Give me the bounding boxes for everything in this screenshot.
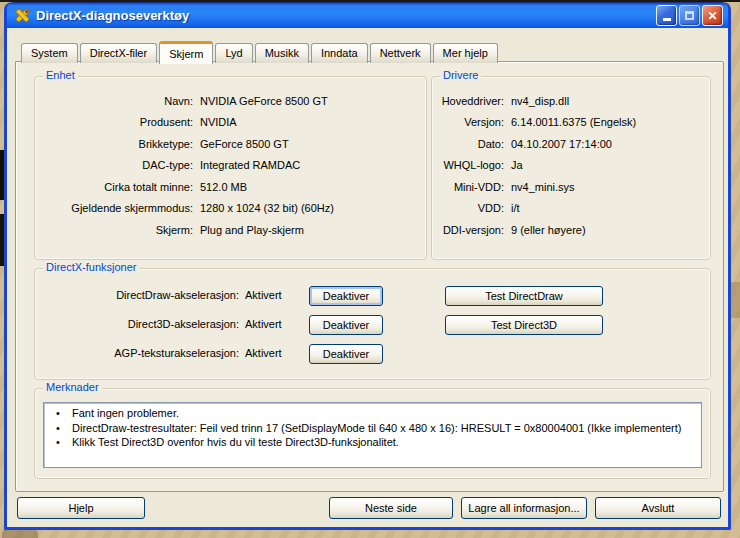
device-row: Navn:NVIDIA GeForce 8500 GT	[35, 90, 426, 112]
feature-row-agp: AGP-teksturakselerasjon: Aktivert Deakti…	[43, 344, 702, 364]
tab-system[interactable]: System	[21, 43, 78, 63]
exit-button[interactable]: Avslutt	[595, 497, 721, 519]
field-label: Cirka totalt minne:	[35, 181, 193, 193]
tab-skjerm[interactable]: Skjerm	[159, 41, 213, 64]
note-item: •DirectDraw-testresultater: Feil ved tri…	[50, 421, 695, 436]
feature-status: Aktivert	[245, 318, 282, 330]
field-label: VDD:	[432, 202, 504, 214]
feature-status: Aktivert	[245, 289, 282, 301]
device-row: Produsent:NVIDIA	[35, 112, 426, 134]
tab-strip: System DirectX-filer Skjerm Lyd Musikk I…	[21, 41, 500, 63]
field-value: 04.10.2007 17:14:00	[511, 138, 612, 150]
feature-row-direct3d: Direct3D-akselerasjon: Aktivert Deaktive…	[43, 315, 702, 335]
maximize-button[interactable]	[679, 5, 700, 26]
window-controls: ✕	[656, 5, 723, 26]
note-text: Klikk Test Direct3D ovenfor hvis du vil …	[72, 435, 695, 450]
desktop: DirectX-diagnoseverktøy ✕ System DirectX…	[0, 0, 740, 538]
minimize-button[interactable]	[656, 5, 677, 26]
field-label: Dato:	[432, 138, 504, 150]
dxdiag-window: DirectX-diagnoseverktøy ✕ System DirectX…	[4, 2, 731, 530]
device-row: Skjerm:Plug and Play-skjerm	[35, 219, 426, 241]
window-title: DirectX-diagnoseverktøy	[36, 8, 656, 23]
field-label: Gjeldende skjermmodus:	[35, 202, 193, 214]
drivers-rows: Hoveddriver:nv4_disp.dll Versjon:6.14.00…	[432, 77, 710, 241]
driver-row: Versjon:6.14.0011.6375 (Engelsk)	[432, 112, 710, 134]
driver-row: WHQL-logo:Ja	[432, 155, 710, 177]
device-row: Cirka totalt minne:512.0 MB	[35, 176, 426, 198]
feature-status: Aktivert	[245, 347, 282, 359]
tab-mer-hjelp[interactable]: Mer hjelp	[433, 43, 498, 63]
device-group: Enhet Navn:NVIDIA GeForce 8500 GT Produs…	[34, 76, 427, 260]
field-value: 512.0 MB	[200, 181, 247, 193]
field-label: Hoveddriver:	[432, 95, 504, 107]
driver-row: Hoveddriver:nv4_disp.dll	[432, 90, 710, 112]
maximize-icon	[685, 11, 694, 20]
notes-textbox[interactable]: •Fant ingen problemer. •DirectDraw-testr…	[43, 402, 702, 468]
bullet-icon: •	[50, 421, 72, 436]
field-label: WHQL-logo:	[432, 159, 504, 171]
disable-direct3d-button[interactable]: Deaktiver	[309, 315, 383, 335]
save-all-information-button[interactable]: Lagre all informasjon...	[461, 497, 587, 519]
field-value: GeForce 8500 GT	[200, 138, 289, 150]
field-value: NVIDIA GeForce 8500 GT	[200, 95, 328, 107]
close-icon: ✕	[707, 10, 717, 22]
close-button[interactable]: ✕	[702, 5, 723, 26]
features-group-label: DirectX-funksjoner	[43, 261, 139, 273]
drivers-group: Drivere Hoveddriver:nv4_disp.dll Versjon…	[431, 76, 711, 260]
field-label: Brikketype:	[35, 138, 193, 150]
field-value: nv4_mini.sys	[511, 181, 575, 193]
field-label: Mini-VDD:	[432, 181, 504, 193]
field-value: Ja	[511, 159, 523, 171]
field-value: NVIDIA	[200, 116, 237, 128]
tab-page-skjerm: Enhet Navn:NVIDIA GeForce 8500 GT Produs…	[15, 61, 724, 492]
tab-directx-filer[interactable]: DirectX-filer	[80, 43, 157, 63]
field-value: i/t	[511, 202, 520, 214]
minimize-icon	[663, 18, 671, 21]
feature-label: AGP-teksturakselerasjon:	[43, 347, 239, 359]
bullet-icon: •	[50, 435, 72, 450]
directx-logo-icon	[14, 7, 31, 24]
field-value: 1280 x 1024 (32 bit) (60Hz)	[200, 202, 334, 214]
titlebar[interactable]: DirectX-diagnoseverktøy ✕	[7, 2, 728, 28]
field-label: Navn:	[35, 95, 193, 107]
driver-row: Dato:04.10.2007 17:14:00	[432, 133, 710, 155]
features-group: DirectX-funksjoner DirectDraw-akselerasj…	[34, 268, 711, 380]
field-label: Versjon:	[432, 116, 504, 128]
disable-directdraw-button[interactable]: Deaktiver	[309, 286, 383, 306]
driver-row: DDI-versjon:9 (eller høyere)	[432, 219, 710, 241]
feature-label: Direct3D-akselerasjon:	[43, 318, 239, 330]
test-directdraw-button[interactable]: Test DirectDraw	[445, 286, 603, 306]
field-value: 6.14.0011.6375 (Engelsk)	[511, 116, 636, 128]
disable-agp-button[interactable]: Deaktiver	[309, 344, 383, 364]
field-label: DDI-versjon:	[432, 224, 504, 236]
drivers-group-label: Drivere	[440, 69, 481, 81]
field-value: Integrated RAMDAC	[200, 159, 300, 171]
tab-inndata[interactable]: Inndata	[311, 43, 368, 63]
note-text: Fant ingen problemer.	[72, 406, 695, 421]
tab-nettverk[interactable]: Nettverk	[370, 43, 431, 63]
help-button[interactable]: Hjelp	[17, 497, 145, 519]
notes-group: Merknader •Fant ingen problemer. •Direct…	[34, 388, 711, 479]
driver-row: Mini-VDD:nv4_mini.sys	[432, 176, 710, 198]
device-rows: Navn:NVIDIA GeForce 8500 GT Produsent:NV…	[35, 77, 426, 241]
field-label: Produsent:	[35, 116, 193, 128]
dialog-body: System DirectX-filer Skjerm Lyd Musikk I…	[7, 28, 728, 526]
note-item: •Klikk Test Direct3D ovenfor hvis du vil…	[50, 435, 695, 450]
notes-group-label: Merknader	[43, 381, 102, 393]
driver-row: VDD:i/t	[432, 198, 710, 220]
field-value: Plug and Play-skjerm	[200, 224, 304, 236]
test-direct3d-button[interactable]: Test Direct3D	[445, 315, 603, 335]
field-label: Skjerm:	[35, 224, 193, 236]
tab-lyd[interactable]: Lyd	[215, 43, 252, 63]
tab-musikk[interactable]: Musikk	[255, 43, 309, 63]
device-row: Brikketype:GeForce 8500 GT	[35, 133, 426, 155]
device-row: DAC-type:Integrated RAMDAC	[35, 155, 426, 177]
feature-label: DirectDraw-akselerasjon:	[43, 289, 239, 301]
note-text: DirectDraw-testresultater: Feil ved trin…	[72, 421, 695, 436]
next-page-button[interactable]: Neste side	[329, 497, 453, 519]
note-item: •Fant ingen problemer.	[50, 406, 695, 421]
feature-row-directdraw: DirectDraw-akselerasjon: Aktivert Deakti…	[43, 286, 702, 306]
device-group-label: Enhet	[43, 69, 78, 81]
device-row: Gjeldende skjermmodus:1280 x 1024 (32 bi…	[35, 198, 426, 220]
bullet-icon: •	[50, 406, 72, 421]
